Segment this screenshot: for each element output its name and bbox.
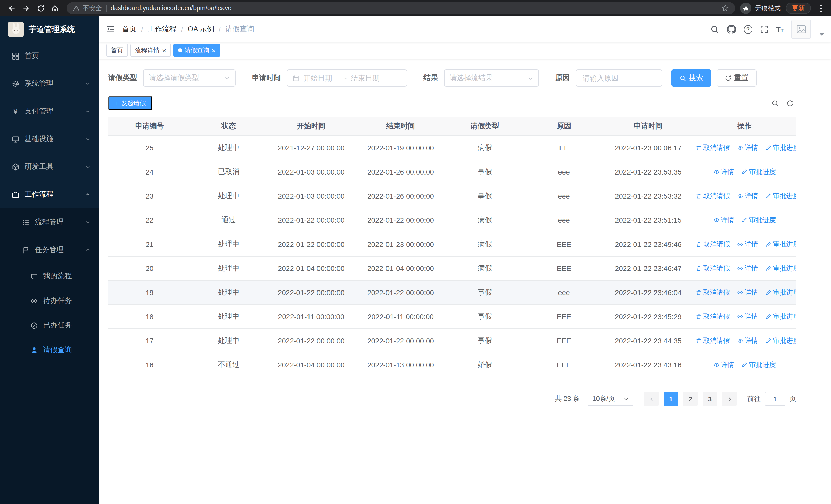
github-icon[interactable] [726,25,736,34]
table-row: 20处理中2022-01-04 00:00:002022-01-04 00:00… [108,256,796,280]
prev-page-button[interactable] [644,392,659,406]
breadcrumb-workflow[interactable]: 工作流程 [148,25,177,34]
detail-link[interactable]: 详情 [713,167,734,177]
date-range-picker[interactable]: - [287,69,407,87]
detail-link[interactable]: 详情 [737,312,758,321]
detail-link[interactable]: 详情 [713,360,734,369]
url-bar[interactable]: 不安全 dashboard.yudao.iocoder.cn/bpm/oa/le… [67,2,735,14]
cancel-leave-link[interactable]: 取消请假 [695,312,730,321]
cancel-leave-link[interactable]: 取消请假 [695,264,730,273]
next-page-button[interactable] [722,392,737,406]
update-button[interactable]: 更新 [786,3,811,14]
result-select[interactable]: 请选择流结果 [444,69,539,87]
list-icon [22,218,30,226]
detail-link[interactable]: 详情 [737,191,758,201]
tab-home[interactable]: 首页 [106,43,128,57]
tab-leave-query[interactable]: 请假查询× [173,43,220,57]
create-leave-button[interactable]: + 发起请假 [108,96,152,110]
sidebar-item-process-mgmt[interactable]: 流程管理 [0,208,98,236]
chevron-down-icon [85,109,90,114]
progress-link[interactable]: 审批进度 [741,360,776,369]
progress-link[interactable]: 审批进度 [765,312,796,321]
fullscreen-icon[interactable] [760,25,768,33]
col-type: 请假类型 [445,117,524,136]
progress-link[interactable]: 审批进度 [765,191,796,201]
chevron-down-icon [85,220,90,225]
leave-type-select[interactable]: 请选择请假类型 [143,69,236,87]
sidebar-item-payment[interactable]: ¥ 支付管理 [0,97,98,125]
home-icon[interactable] [48,2,62,15]
help-icon[interactable]: ? [744,25,752,34]
detail-link[interactable]: 详情 [737,240,758,249]
collapse-sidebar-icon[interactable] [106,25,115,34]
toggle-search-icon[interactable] [771,99,779,107]
sidebar-item-label: 我的流程 [43,271,72,281]
progress-link[interactable]: 审批进度 [765,336,796,346]
browser-menu-icon[interactable] [816,2,826,14]
cancel-leave-link[interactable]: 取消请假 [695,191,730,201]
start-date-input[interactable] [303,74,340,82]
page-button-3[interactable]: 3 [703,392,717,406]
delete-icon [695,290,701,296]
sidebar-item-devtools[interactable]: 研发工具 [0,153,98,181]
sidebar-item-workflow[interactable]: 工作流程 [0,181,98,208]
breadcrumb-home[interactable]: 首页 [122,25,137,34]
end-date-input[interactable] [351,74,388,82]
sidebar-item-infra[interactable]: 基础设施 [0,125,98,153]
page-button-1[interactable]: 1 [664,392,678,406]
progress-link[interactable]: 审批进度 [741,215,776,225]
sidebar-item-label: 研发工具 [25,162,53,171]
filter-result: 结果 请选择流结果 [424,69,539,87]
security-indicator[interactable]: 不安全 [73,4,102,12]
page-button-2[interactable]: 2 [683,392,697,406]
sidebar-item-todo-tasks[interactable]: 待办任务 [0,289,98,313]
user-menu-caret-icon[interactable] [820,33,824,36]
detail-link[interactable]: 详情 [713,215,734,225]
tab-process-detail[interactable]: 流程详情× [131,43,171,57]
pagination: 共 23 条 10条/页 1 2 3 前往 页 [108,392,796,406]
progress-link[interactable]: 审批进度 [765,264,796,273]
progress-link[interactable]: 审批进度 [741,167,776,177]
detail-link[interactable]: 详情 [737,336,758,346]
font-size-icon[interactable]: TT [776,25,784,33]
sidebar-item-leave-query[interactable]: 请假查询 [0,338,98,362]
active-dot [178,48,182,52]
progress-link[interactable]: 审批进度 [765,143,796,152]
reset-button[interactable]: 重置 [717,69,756,87]
goto-page-input[interactable] [765,392,785,406]
close-icon[interactable]: × [162,47,166,54]
table-row: 23处理中2022-01-03 00:00:002022-01-26 00:00… [108,184,796,208]
page-size-select[interactable]: 10条/页 [588,392,633,406]
progress-link[interactable]: 审批进度 [765,240,796,249]
back-icon[interactable] [5,2,19,15]
reload-icon[interactable] [34,2,47,15]
cancel-leave-link[interactable]: 取消请假 [695,240,730,249]
app-logo[interactable]: 芋道管理系统 [0,17,98,42]
detail-link[interactable]: 详情 [737,288,758,297]
bookmark-star-icon[interactable] [722,5,729,12]
cancel-leave-link[interactable]: 取消请假 [695,288,730,297]
cancel-leave-link[interactable]: 取消请假 [695,143,730,152]
reason-input[interactable] [576,70,662,86]
sidebar-item-task-mgmt[interactable]: 任务管理 [0,236,98,264]
delete-icon [695,265,701,271]
detail-link[interactable]: 详情 [737,264,758,273]
sidebar-item-done-tasks[interactable]: 已办任务 [0,313,98,338]
chevron-right-icon [726,396,732,402]
close-icon[interactable]: × [212,47,216,54]
refresh-table-icon[interactable] [786,99,794,107]
search-button[interactable]: 搜索 [671,69,711,87]
view-icon [737,265,743,271]
edit-icon [741,362,748,368]
sidebar-item-home[interactable]: 首页 [0,42,98,70]
forward-icon[interactable] [20,2,33,15]
user-avatar[interactable] [792,20,811,39]
detail-link[interactable]: 详情 [737,143,758,152]
breadcrumb-oa[interactable]: OA 示例 [188,25,214,34]
sidebar-item-my-process[interactable]: 我的流程 [0,264,98,289]
progress-link[interactable]: 审批进度 [765,288,796,297]
sidebar-item-system[interactable]: 系统管理 [0,70,98,97]
search-icon[interactable] [710,25,719,34]
sidebar-item-label: 待办任务 [43,296,72,305]
cancel-leave-link[interactable]: 取消请假 [695,336,730,346]
